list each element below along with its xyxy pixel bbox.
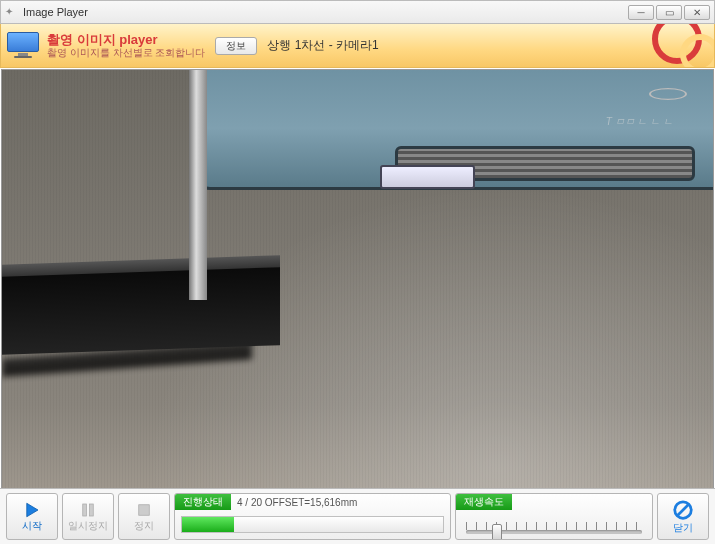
svg-rect-2 <box>139 504 150 515</box>
progress-panel: 진행상태 4 / 20 OFFSET=15,616mm <box>174 493 451 540</box>
progress-fill <box>182 517 234 532</box>
pause-icon <box>77 501 99 519</box>
header-band: 촬영 이미지 player 촬영 이미지를 차선별로 조회합니다 정보 상행 1… <box>0 24 715 68</box>
svg-rect-0 <box>83 504 87 516</box>
svg-rect-1 <box>90 504 94 516</box>
progress-bar[interactable] <box>181 516 444 533</box>
speed-slider[interactable] <box>466 516 642 533</box>
offset-text: 4 / 20 OFFSET=15,616mm <box>231 497 357 508</box>
speed-label: 재생속도 <box>456 494 512 510</box>
play-button[interactable]: 시작 <box>6 493 58 540</box>
speed-panel: 재생속도 <box>455 493 653 540</box>
info-button[interactable]: 정보 <box>215 37 257 55</box>
prohibit-icon <box>672 499 694 521</box>
pause-button[interactable]: 일시정지 <box>62 493 114 540</box>
playback-toolbar: 시작 일시정지 정지 진행상태 4 / 20 OFFSET=15,616mm 재… <box>0 488 715 544</box>
slider-thumb[interactable] <box>492 524 502 540</box>
image-viewport: T ㅁㅁ ㄴ ㄴ ㄴ <box>1 69 714 490</box>
stop-icon <box>133 501 155 519</box>
header-title: 촬영 이미지 player <box>47 32 205 48</box>
minimize-button[interactable]: ─ <box>628 5 654 20</box>
window-titlebar: Image Player ─ ▭ ✕ <box>0 0 715 24</box>
close-window-button[interactable]: ✕ <box>684 5 710 20</box>
window-title: Image Player <box>23 6 88 18</box>
progress-label: 진행상태 <box>175 494 231 510</box>
app-icon <box>5 5 19 19</box>
svg-line-4 <box>678 504 689 515</box>
decoration <box>650 24 710 68</box>
stop-button[interactable]: 정지 <box>118 493 170 540</box>
close-button[interactable]: 닫기 <box>657 493 709 540</box>
maximize-button[interactable]: ▭ <box>656 5 682 20</box>
monitor-icon <box>7 32 39 60</box>
play-icon <box>21 501 43 519</box>
lane-label: 상행 1차선 - 카메라1 <box>267 37 378 54</box>
header-text: 촬영 이미지 player 촬영 이미지를 차선별로 조회합니다 <box>47 32 205 60</box>
header-subtitle: 촬영 이미지를 차선별로 조회합니다 <box>47 47 205 59</box>
